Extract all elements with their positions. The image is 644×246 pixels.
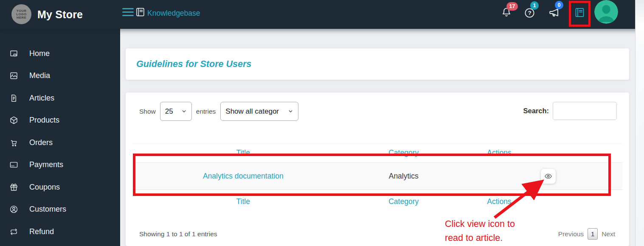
sidebar-item-label: Home xyxy=(29,49,50,58)
page-title: Guidelines for Store Users xyxy=(136,59,251,70)
sidebar-item-label: Orders xyxy=(29,138,53,147)
home-icon xyxy=(9,49,18,58)
next-page-button[interactable]: Next xyxy=(602,230,615,238)
table-row: Analytics documentation Analytics xyxy=(132,163,622,190)
entries-label: entries xyxy=(196,108,216,115)
vertical-scrollbar[interactable] xyxy=(635,0,644,246)
eye-icon xyxy=(544,172,552,180)
refund-repeat-icon xyxy=(9,227,18,236)
sidebar: Home Media Articles Products Orders xyxy=(0,29,120,246)
announcements-count-badge: 0 xyxy=(555,1,563,9)
chevron-down-icon xyxy=(288,109,293,114)
customers-user-icon xyxy=(9,205,18,214)
page-size-select[interactable]: 25 xyxy=(160,102,192,121)
sidebar-item-label: Articles xyxy=(29,94,54,103)
table-search: Search: xyxy=(523,102,617,120)
search-input[interactable] xyxy=(553,102,617,120)
sidebar-item-label: Refund xyxy=(29,227,54,236)
sidebar-item-label: Products xyxy=(29,116,59,125)
entries-summary: Showing 1 to 1 of 1 entries xyxy=(139,230,217,238)
pagination: Previous 1 Next xyxy=(558,228,615,240)
sidebar-item-payments[interactable]: Payments xyxy=(0,154,120,176)
article-title-link[interactable]: Analytics documentation xyxy=(203,172,284,181)
current-page-button[interactable]: 1 xyxy=(588,228,598,240)
user-avatar[interactable] xyxy=(594,0,618,24)
sidebar-item-articles[interactable]: Articles xyxy=(0,87,120,109)
article-category: Analytics xyxy=(389,172,419,181)
knowledgebase-icon xyxy=(135,7,146,17)
notifications-count-badge: 17 xyxy=(506,2,518,11)
footer-header-actions: Actions xyxy=(453,193,622,210)
products-box-icon xyxy=(9,116,18,125)
sidebar-item-label: Customers xyxy=(29,205,66,214)
table-footer-row: Title Category Actions xyxy=(132,190,622,210)
payments-card-icon xyxy=(9,160,18,169)
articles-table: Title Category Actions Analytics documen… xyxy=(132,143,622,210)
sidebar-item-refund[interactable]: Refund xyxy=(0,221,120,243)
category-filter-value: Show all categor xyxy=(225,107,279,116)
page-title-card: Guidelines for Store Users xyxy=(126,48,629,80)
menu-toggle-icon[interactable] xyxy=(122,8,134,17)
article-file-icon xyxy=(9,94,18,103)
svg-text:?: ? xyxy=(528,10,531,16)
coupons-gift-icon xyxy=(9,183,18,192)
help-count-badge: 1 xyxy=(530,1,539,10)
sidebar-item-customers[interactable]: Customers xyxy=(0,198,120,221)
knowledgebase-book-button-icon[interactable] xyxy=(574,7,585,18)
sidebar-item-label: Media xyxy=(29,71,50,80)
footer-header-title: Title xyxy=(132,193,354,210)
sidebar-item-coupons[interactable]: Coupons xyxy=(0,176,120,198)
footer-header-category: Category xyxy=(354,193,453,210)
page-size-value: 25 xyxy=(165,107,173,116)
store-logo[interactable]: YOUR LOGO HERE xyxy=(11,4,31,24)
column-header-title[interactable]: Title xyxy=(132,143,354,162)
search-label: Search: xyxy=(523,107,549,115)
sidebar-item-media[interactable]: Media xyxy=(0,65,120,87)
show-label: Show xyxy=(139,108,156,115)
table-length-controls: Show 25 entries Show all categor xyxy=(139,102,298,121)
sidebar-item-products[interactable]: Products xyxy=(0,109,120,132)
column-header-actions[interactable]: Actions xyxy=(453,143,622,162)
view-article-button[interactable] xyxy=(541,169,556,184)
topbar: YOUR LOGO HERE My Store Knowledgebase ? xyxy=(0,0,644,29)
knowledgebase-table-card: Show 25 entries Show all categor Search:… xyxy=(126,92,629,246)
sidebar-item-label: Payments xyxy=(29,160,63,169)
brand-name: My Store xyxy=(37,0,83,29)
logo-text-line: HERE xyxy=(17,16,26,20)
sidebar-item-label: Coupons xyxy=(29,183,60,192)
column-header-category[interactable]: Category xyxy=(354,143,453,162)
previous-page-button[interactable]: Previous xyxy=(558,230,584,238)
breadcrumb[interactable]: Knowledgebase xyxy=(147,0,200,26)
table-header-row: Title Category Actions xyxy=(132,143,622,163)
sidebar-item-home[interactable]: Home xyxy=(0,42,120,65)
chevron-down-icon xyxy=(181,109,187,114)
category-filter-select[interactable]: Show all categor xyxy=(220,102,298,121)
orders-cart-icon xyxy=(9,138,18,147)
sidebar-item-orders[interactable]: Orders xyxy=(0,131,120,154)
media-image-icon xyxy=(9,71,18,80)
